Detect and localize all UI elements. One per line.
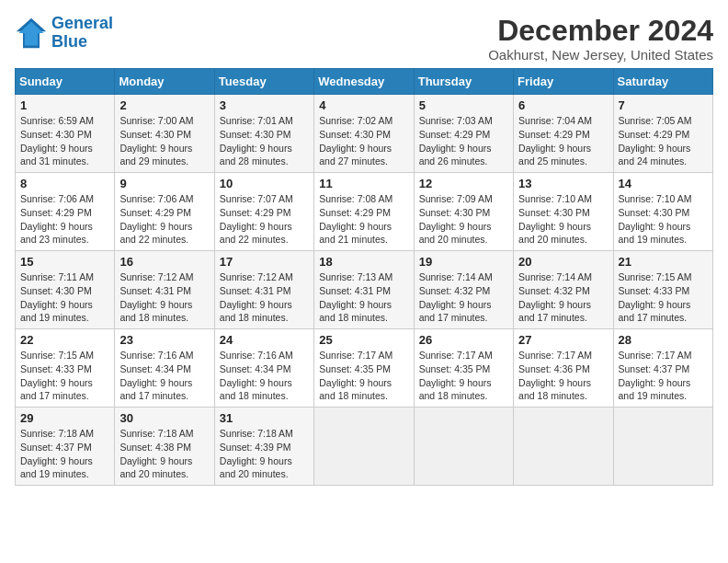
day-number: 14: [619, 177, 708, 190]
calendar-cell: 4 Sunrise: 7:02 AM Sunset: 4:30 PM Dayli…: [314, 95, 414, 173]
calendar-week-3: 15 Sunrise: 7:11 AM Sunset: 4:30 PM Dayl…: [16, 251, 713, 329]
calendar-header-row: SundayMondayTuesdayWednesdayThursdayFrid…: [16, 69, 713, 95]
day-number: 3: [220, 98, 309, 112]
day-number: 13: [518, 177, 608, 190]
calendar-cell: 15 Sunrise: 7:11 AM Sunset: 4:30 PM Dayl…: [16, 251, 115, 329]
header: General Blue December 2024 Oakhurst, New…: [15, 15, 713, 63]
calendar-cell: 12 Sunrise: 7:09 AM Sunset: 4:30 PM Dayl…: [414, 173, 513, 251]
day-number: 5: [419, 98, 508, 112]
calendar-cell: [414, 408, 513, 486]
logo-text: General Blue: [51, 15, 113, 52]
calendar-week-4: 22 Sunrise: 7:15 AM Sunset: 4:33 PM Dayl…: [16, 329, 713, 408]
header-thursday: Thursday: [414, 69, 513, 95]
header-friday: Friday: [514, 69, 613, 95]
logo: General Blue: [15, 15, 113, 52]
calendar-cell: 24 Sunrise: 7:16 AM Sunset: 4:34 PM Dayl…: [214, 329, 313, 408]
day-info: Sunrise: 7:13 AM Sunset: 4:31 PM Dayligh…: [319, 270, 408, 325]
day-info: Sunrise: 7:01 AM Sunset: 4:30 PM Dayligh…: [220, 114, 309, 168]
calendar-cell: 19 Sunrise: 7:14 AM Sunset: 4:32 PM Dayl…: [414, 251, 513, 329]
calendar-cell: [314, 408, 414, 486]
day-number: 21: [619, 255, 708, 269]
day-number: 17: [220, 255, 309, 269]
day-number: 4: [319, 98, 408, 112]
logo-blue: Blue: [51, 32, 87, 51]
calendar-cell: 10 Sunrise: 7:07 AM Sunset: 4:29 PM Dayl…: [214, 173, 313, 251]
day-info: Sunrise: 7:15 AM Sunset: 4:33 PM Dayligh…: [20, 349, 109, 403]
title-area: December 2024 Oakhurst, New Jersey, Unit…: [488, 15, 713, 63]
day-number: 30: [119, 411, 209, 425]
calendar-cell: 22 Sunrise: 7:15 AM Sunset: 4:33 PM Dayl…: [16, 329, 115, 408]
calendar-cell: 8 Sunrise: 7:06 AM Sunset: 4:29 PM Dayli…: [16, 173, 115, 251]
calendar-cell: 14 Sunrise: 7:10 AM Sunset: 4:30 PM Dayl…: [613, 173, 712, 251]
day-number: 24: [220, 333, 309, 347]
day-info: Sunrise: 7:08 AM Sunset: 4:29 PM Dayligh…: [319, 192, 408, 247]
day-number: 18: [319, 255, 408, 269]
calendar-cell: 2 Sunrise: 7:00 AM Sunset: 4:30 PM Dayli…: [115, 95, 214, 173]
calendar-cell: 11 Sunrise: 7:08 AM Sunset: 4:29 PM Dayl…: [314, 173, 414, 251]
day-number: 31: [220, 411, 309, 425]
calendar-cell: 25 Sunrise: 7:17 AM Sunset: 4:35 PM Dayl…: [314, 329, 414, 408]
day-info: Sunrise: 7:05 AM Sunset: 4:29 PM Dayligh…: [619, 114, 708, 168]
calendar-cell: 1 Sunrise: 6:59 AM Sunset: 4:30 PM Dayli…: [16, 95, 115, 173]
day-info: Sunrise: 7:18 AM Sunset: 4:38 PM Dayligh…: [119, 427, 209, 481]
day-info: Sunrise: 7:17 AM Sunset: 4:35 PM Dayligh…: [319, 349, 408, 403]
day-info: Sunrise: 7:12 AM Sunset: 4:31 PM Dayligh…: [220, 270, 309, 325]
day-number: 10: [220, 177, 309, 190]
day-info: Sunrise: 7:18 AM Sunset: 4:39 PM Dayligh…: [220, 427, 309, 481]
day-info: Sunrise: 7:03 AM Sunset: 4:29 PM Dayligh…: [419, 114, 508, 168]
day-number: 6: [518, 98, 608, 112]
calendar-cell: 6 Sunrise: 7:04 AM Sunset: 4:29 PM Dayli…: [514, 95, 613, 173]
calendar-cell: 29 Sunrise: 7:18 AM Sunset: 4:37 PM Dayl…: [16, 408, 115, 486]
day-info: Sunrise: 7:17 AM Sunset: 4:35 PM Dayligh…: [419, 349, 508, 403]
calendar-cell: 13 Sunrise: 7:10 AM Sunset: 4:30 PM Dayl…: [514, 173, 613, 251]
day-number: 23: [119, 333, 209, 347]
day-info: Sunrise: 7:10 AM Sunset: 4:30 PM Dayligh…: [619, 192, 708, 247]
day-info: Sunrise: 7:14 AM Sunset: 4:32 PM Dayligh…: [419, 270, 508, 325]
day-info: Sunrise: 7:16 AM Sunset: 4:34 PM Dayligh…: [119, 349, 209, 403]
day-number: 27: [518, 333, 608, 347]
day-info: Sunrise: 7:02 AM Sunset: 4:30 PM Dayligh…: [319, 114, 408, 168]
day-info: Sunrise: 7:17 AM Sunset: 4:37 PM Dayligh…: [619, 349, 708, 403]
day-info: Sunrise: 7:16 AM Sunset: 4:34 PM Dayligh…: [220, 349, 309, 403]
day-info: Sunrise: 7:06 AM Sunset: 4:29 PM Dayligh…: [20, 192, 109, 247]
subtitle: Oakhurst, New Jersey, United States: [488, 47, 713, 63]
header-sunday: Sunday: [16, 69, 115, 95]
calendar-cell: 21 Sunrise: 7:15 AM Sunset: 4:33 PM Dayl…: [613, 251, 712, 329]
day-number: 22: [20, 333, 109, 347]
calendar-week-1: 1 Sunrise: 6:59 AM Sunset: 4:30 PM Dayli…: [16, 95, 713, 173]
day-number: 19: [419, 255, 508, 269]
calendar-cell: 28 Sunrise: 7:17 AM Sunset: 4:37 PM Dayl…: [613, 329, 712, 408]
calendar-cell: 9 Sunrise: 7:06 AM Sunset: 4:29 PM Dayli…: [115, 173, 214, 251]
calendar-cell: 18 Sunrise: 7:13 AM Sunset: 4:31 PM Dayl…: [314, 251, 414, 329]
calendar-cell: [613, 408, 712, 486]
day-number: 15: [20, 255, 109, 269]
day-number: 12: [419, 177, 508, 190]
day-number: 26: [419, 333, 508, 347]
header-tuesday: Tuesday: [214, 69, 313, 95]
day-info: Sunrise: 7:10 AM Sunset: 4:30 PM Dayligh…: [518, 192, 608, 247]
calendar-cell: 16 Sunrise: 7:12 AM Sunset: 4:31 PM Dayl…: [115, 251, 214, 329]
day-info: Sunrise: 7:12 AM Sunset: 4:31 PM Dayligh…: [119, 270, 209, 325]
calendar-cell: 20 Sunrise: 7:14 AM Sunset: 4:32 PM Dayl…: [514, 251, 613, 329]
calendar-cell: [514, 408, 613, 486]
calendar-cell: 30 Sunrise: 7:18 AM Sunset: 4:38 PM Dayl…: [115, 408, 214, 486]
day-info: Sunrise: 6:59 AM Sunset: 4:30 PM Dayligh…: [20, 114, 109, 168]
header-wednesday: Wednesday: [314, 69, 414, 95]
calendar-week-5: 29 Sunrise: 7:18 AM Sunset: 4:37 PM Dayl…: [16, 408, 713, 486]
logo-general: General: [51, 14, 113, 32]
day-info: Sunrise: 7:14 AM Sunset: 4:32 PM Dayligh…: [518, 270, 608, 325]
day-number: 9: [119, 177, 209, 190]
day-number: 16: [119, 255, 209, 269]
day-info: Sunrise: 7:07 AM Sunset: 4:29 PM Dayligh…: [220, 192, 309, 247]
calendar-cell: 27 Sunrise: 7:17 AM Sunset: 4:36 PM Dayl…: [514, 329, 613, 408]
day-info: Sunrise: 7:09 AM Sunset: 4:30 PM Dayligh…: [419, 192, 508, 247]
day-number: 11: [319, 177, 408, 190]
calendar-cell: 3 Sunrise: 7:01 AM Sunset: 4:30 PM Dayli…: [214, 95, 313, 173]
day-number: 1: [20, 98, 109, 112]
main-title: December 2024: [488, 15, 713, 47]
header-saturday: Saturday: [613, 69, 712, 95]
day-number: 29: [20, 411, 109, 425]
calendar-cell: 7 Sunrise: 7:05 AM Sunset: 4:29 PM Dayli…: [613, 95, 712, 173]
day-number: 20: [518, 255, 608, 269]
day-info: Sunrise: 7:04 AM Sunset: 4:29 PM Dayligh…: [518, 114, 608, 168]
